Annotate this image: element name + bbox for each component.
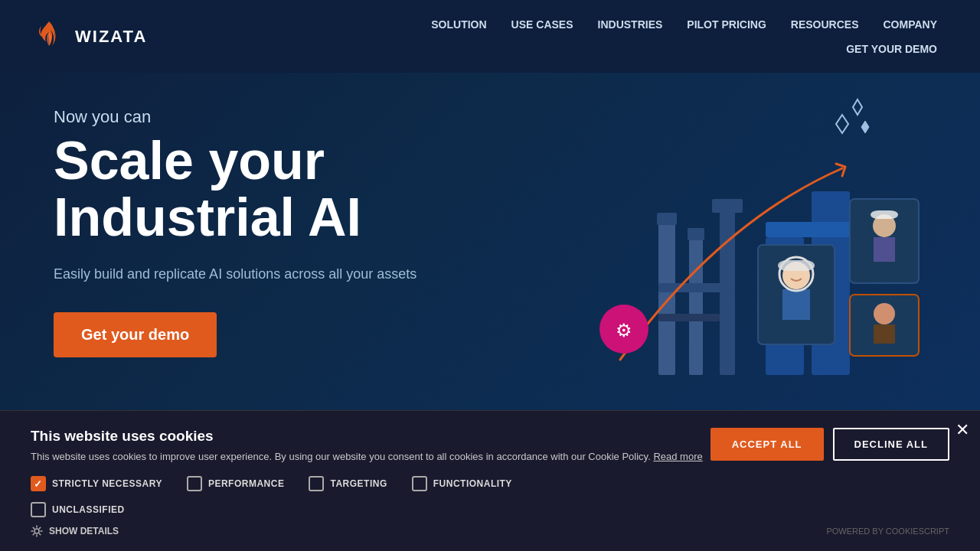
svg-rect-15 bbox=[778, 260, 815, 271]
svg-rect-3 bbox=[712, 199, 743, 213]
logo-icon bbox=[31, 18, 67, 55]
cookie-bottom-row: UNCLASSIFIED bbox=[31, 502, 949, 517]
cookie-option-performance: PERFORMANCE bbox=[187, 476, 285, 491]
checkbox-targeting-label: TARGETING bbox=[330, 478, 387, 489]
show-details-label: SHOW DETAILS bbox=[49, 526, 119, 536]
logo-link[interactable]: WIZATA bbox=[31, 18, 147, 55]
svg-rect-9 bbox=[812, 191, 850, 375]
cookie-option-unclassified: UNCLASSIFIED bbox=[31, 502, 125, 517]
svg-rect-13 bbox=[758, 245, 835, 344]
svg-point-17 bbox=[779, 257, 813, 291]
cookie-option-strictly: STRICTLY NECESSARY bbox=[31, 476, 162, 491]
checkbox-performance[interactable] bbox=[187, 476, 202, 491]
nav-industries[interactable]: INDUSTRIES bbox=[586, 12, 675, 37]
nav-solution[interactable]: SOLUTION bbox=[419, 12, 498, 37]
cookie-close-button[interactable]: ✕ bbox=[956, 422, 969, 439]
svg-rect-0 bbox=[658, 222, 675, 375]
svg-rect-1 bbox=[689, 237, 703, 375]
svg-point-25 bbox=[34, 529, 39, 533]
hero-illustration: ⚙ bbox=[505, 69, 980, 452]
nav-links-container: SOLUTION USE CASES INDUSTRIES PILOT PRIC… bbox=[419, 12, 949, 61]
checkbox-targeting[interactable] bbox=[309, 476, 324, 491]
checkbox-strictly-label: STRICTLY NECESSARY bbox=[52, 478, 162, 489]
svg-rect-6 bbox=[658, 283, 735, 292]
hero-title-line2: Industrial AI bbox=[54, 187, 361, 247]
checkbox-functionality[interactable] bbox=[412, 476, 427, 491]
illustration-svg: ⚙ bbox=[505, 69, 980, 452]
hero-title-line1: Scale your bbox=[54, 131, 325, 191]
hero-subtitle: Now you can bbox=[54, 107, 416, 127]
cookie-banner: ✕ ACCEPT ALL DECLINE ALL This website us… bbox=[0, 410, 980, 551]
nav-row-1: SOLUTION USE CASES INDUSTRIES PILOT PRIC… bbox=[419, 12, 949, 37]
cookie-option-functionality: FUNCTIONALITY bbox=[412, 476, 512, 491]
svg-rect-5 bbox=[688, 228, 704, 240]
nav-resources[interactable]: RESOURCES bbox=[779, 12, 871, 37]
cookie-action-buttons: ACCEPT ALL DECLINE ALL bbox=[710, 428, 949, 461]
checkbox-functionality-label: FUNCTIONALITY bbox=[433, 478, 512, 489]
nav-get-demo[interactable]: GET YOUR DEMO bbox=[834, 37, 949, 61]
hero-description: Easily build and replicate AI solutions … bbox=[54, 264, 416, 285]
nav-row-2: GET YOUR DEMO bbox=[834, 37, 949, 61]
hero-content: Now you can Scale your Industrial AI Eas… bbox=[0, 84, 416, 357]
nav-use-cases[interactable]: USE CASES bbox=[499, 12, 586, 37]
navbar: WIZATA SOLUTION USE CASES INDUSTRIES PIL… bbox=[0, 0, 980, 73]
svg-point-14 bbox=[782, 262, 810, 289]
gear-icon bbox=[31, 525, 43, 537]
cookie-option-targeting: TARGETING bbox=[309, 476, 387, 491]
svg-point-23 bbox=[874, 303, 895, 324]
svg-point-11 bbox=[599, 305, 648, 354]
svg-rect-22 bbox=[850, 295, 919, 356]
svg-rect-20 bbox=[871, 210, 898, 219]
svg-rect-8 bbox=[766, 237, 804, 375]
cookie-read-more-link[interactable]: Read more bbox=[653, 451, 702, 462]
show-details-button[interactable]: SHOW DETAILS bbox=[31, 525, 119, 537]
cookie-options-row: STRICTLY NECESSARY PERFORMANCE TARGETING… bbox=[31, 476, 949, 491]
decline-all-button[interactable]: DECLINE ALL bbox=[833, 428, 949, 461]
svg-rect-2 bbox=[720, 207, 735, 375]
svg-rect-10 bbox=[766, 222, 850, 237]
accept-all-button[interactable]: ACCEPT ALL bbox=[710, 428, 824, 461]
checkbox-strictly[interactable] bbox=[31, 476, 46, 491]
svg-rect-4 bbox=[657, 213, 677, 225]
svg-text:⚙: ⚙ bbox=[616, 320, 632, 341]
svg-rect-21 bbox=[874, 237, 895, 262]
checkbox-performance-label: PERFORMANCE bbox=[208, 478, 285, 489]
checkbox-unclassified[interactable] bbox=[31, 502, 46, 517]
svg-point-19 bbox=[873, 214, 896, 237]
nav-pilot-pricing[interactable]: PILOT PRICING bbox=[675, 12, 778, 37]
cookie-footer-row: SHOW DETAILS POWERED BY COOKIESCRIPT bbox=[31, 525, 949, 537]
hero-cta-button[interactable]: Get your demo bbox=[54, 312, 217, 357]
nav-company[interactable]: COMPANY bbox=[871, 12, 949, 37]
brand-name: WIZATA bbox=[75, 27, 147, 47]
checkbox-unclassified-label: UNCLASSIFIED bbox=[52, 504, 125, 515]
svg-rect-7 bbox=[658, 314, 720, 321]
svg-rect-16 bbox=[782, 289, 810, 320]
hero-title: Scale your Industrial AI bbox=[54, 133, 416, 246]
powered-by-label: POWERED BY COOKIESCRIPT bbox=[826, 527, 949, 536]
svg-rect-24 bbox=[874, 324, 895, 344]
svg-rect-18 bbox=[850, 199, 919, 283]
cookie-desc-text: This website uses cookies to improve use… bbox=[31, 451, 653, 462]
